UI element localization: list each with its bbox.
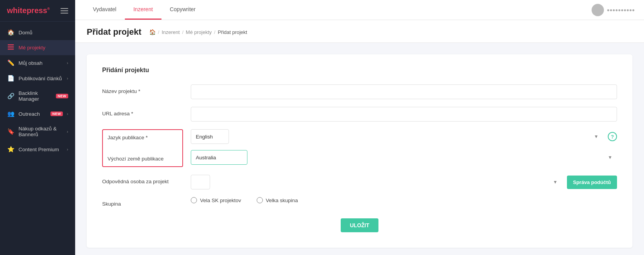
radio-group-skupina: Vela SK projektov Velka skupina (191, 197, 298, 203)
sidebar-item-content[interactable]: ⭐ Content Premium › (0, 142, 75, 157)
sidebar-label-muj-obsah: Můj obsah (18, 60, 63, 66)
logo-reg: ® (47, 7, 50, 11)
content-icon: ✏️ (7, 59, 15, 66)
chevron-right-icon: › (67, 61, 68, 65)
breadcrumb-me-projekty[interactable]: Mé projekty (186, 29, 212, 35)
select-wrap-odpovedna: ▼ (191, 175, 562, 189)
radio-vela[interactable] (191, 197, 197, 203)
sidebar: whitepress® 🏠 Domů Mé projekty ✏️ Můj ob… (0, 0, 75, 255)
sidebar-label-me-projekty: Mé projekty (18, 45, 68, 51)
sidebar-item-publikovani[interactable]: 📄 Publikování článků › (0, 71, 75, 86)
control-url (191, 107, 617, 122)
radio-label-velka: Velka skupina (266, 198, 298, 203)
select-wrap-jazyk: English Czech Slovak German ▼ (191, 129, 603, 144)
row-jazyk-zeme: Jazyk publikace * Výchozí země publikace… (102, 129, 617, 167)
breadcrumb-sep2: / (182, 29, 183, 35)
label-url: URL adresa * (102, 107, 183, 117)
chevron-down-jazyk: ▼ (594, 134, 599, 139)
control-nazev (191, 84, 617, 99)
breadcrumb-inzerent[interactable]: Inzerent (161, 29, 180, 35)
sidebar-item-muj-obsah[interactable]: ✏️ Můj obsah › (0, 55, 75, 71)
page-header: Přidat projekt 🏠 / Inzerent / Mé projekt… (75, 20, 644, 43)
user-email: ●●●●●●●●●● (607, 7, 635, 13)
backlink-icon: 🔗 (7, 93, 15, 100)
sidebar-label-nakup: Nákup odkazů & Bannerů (18, 126, 63, 137)
radio-velka[interactable] (257, 197, 263, 203)
chevron-right-icon2: › (67, 76, 68, 81)
tabs-container: Vydavatel Inzerent Copywriter (84, 0, 204, 20)
help-icon[interactable]: ? (608, 132, 617, 141)
main-area: Vydavatel Inzerent Copywriter ●●●●●●●●●●… (75, 0, 644, 255)
radio-item-vela[interactable]: Vela SK projektov (191, 197, 241, 203)
control-odpovedna: ▼ Správa podúčtů (191, 175, 617, 189)
label-vychozi: Výchozí země publikace (108, 154, 178, 163)
sidebar-nav: 🏠 Domů Mé projekty ✏️ Můj obsah › 📄 Publ… (0, 22, 75, 255)
home-icon: 🏠 (7, 29, 15, 36)
control-skupina: Vela SK projektov Velka skupina (191, 197, 617, 203)
sidebar-label-backlink: Backlink Manager (18, 90, 52, 102)
label-nazev: Název projektu * (102, 84, 183, 94)
label-jazyk: Jazyk publikace * (108, 133, 178, 142)
form-card: Přidání projektu Název projektu * URL ad… (87, 54, 632, 248)
tab-copywriter[interactable]: Copywriter (161, 0, 204, 20)
row-odpovedna: Odpovědná osoba za projekt ▼ Správa podú… (102, 175, 617, 189)
radio-label-vela: Vela SK projektov (200, 198, 241, 203)
breadcrumb: 🏠 / Inzerent / Mé projekty / Přidat proj… (149, 29, 247, 35)
projects-icon (7, 44, 15, 51)
save-button[interactable]: ULOŽIT (341, 218, 379, 232)
sidebar-item-outreach[interactable]: 👥 Outreach NEW › (0, 106, 75, 122)
breadcrumb-sep1: / (158, 29, 160, 35)
save-row: ULOŽIT (102, 218, 617, 232)
select-zeme[interactable]: Australia Czech Republic Slovakia German… (191, 150, 247, 165)
svg-rect-1 (8, 47, 14, 48)
input-nazev[interactable] (191, 84, 617, 99)
sidebar-label-outreach: Outreach (18, 111, 47, 117)
chevron-right-icon4: › (67, 129, 68, 134)
breadcrumb-sep3: / (214, 29, 215, 35)
sidebar-logo: whitepress® (0, 0, 75, 22)
links-icon: 🔖 (7, 128, 15, 135)
chevron-down-zeme: ▼ (608, 155, 612, 160)
chevron-right-icon3: › (67, 111, 68, 116)
card-title: Přidání projektu (102, 67, 617, 74)
tab-inzerent[interactable]: Inzerent (125, 0, 161, 20)
tab-vydavatel[interactable]: Vydavatel (84, 0, 125, 20)
chevron-down-odpovedna: ▼ (553, 179, 558, 185)
backlink-badge: NEW (56, 94, 69, 98)
manage-accounts-button[interactable]: Správa podúčtů (567, 176, 617, 189)
sidebar-item-me-projekty[interactable]: Mé projekty (0, 40, 75, 55)
premium-icon: ⭐ (7, 146, 15, 153)
sidebar-label-content: Content Premium (18, 147, 63, 152)
hamburger-icon[interactable] (61, 8, 68, 14)
row-skupina: Skupina Vela SK projektov Velka skupina (102, 197, 617, 207)
breadcrumb-home-icon[interactable]: 🏠 (149, 29, 156, 35)
outreach-icon: 👥 (7, 110, 15, 117)
logo-press: press (27, 6, 47, 15)
publish-icon: 📄 (7, 75, 15, 82)
avatar (592, 4, 604, 16)
user-info: ●●●●●●●●●● (592, 4, 635, 16)
logo: whitepress® (7, 6, 50, 15)
sidebar-item-backlink[interactable]: 🔗 Backlink Manager NEW (0, 86, 75, 106)
svg-rect-2 (8, 49, 14, 50)
highlight-box: Jazyk publikace * Výchozí země publikace (102, 129, 183, 167)
outreach-badge: NEW (50, 111, 63, 116)
input-url[interactable] (191, 107, 617, 122)
content-area: Přidání projektu Název projektu * URL ad… (75, 43, 644, 255)
select-odpovedna[interactable] (191, 175, 210, 189)
logo-white: white (7, 6, 27, 15)
row-url: URL adresa * (102, 107, 617, 122)
select-wrap-zeme: Australia Czech Republic Slovakia German… (191, 150, 617, 165)
label-odpovedna: Odpovědná osoba za projekt (102, 175, 183, 184)
label-skupina: Skupina (102, 197, 183, 207)
sidebar-label-domu: Domů (18, 30, 68, 35)
breadcrumb-current: Přidat projekt (218, 29, 247, 35)
chevron-right-icon5: › (67, 147, 68, 152)
page-title: Přidat projekt (87, 27, 141, 37)
svg-rect-0 (8, 44, 14, 46)
sidebar-item-nakup[interactable]: 🔖 Nákup odkazů & Bannerů › (0, 122, 75, 142)
radio-item-velka[interactable]: Velka skupina (257, 197, 298, 203)
sidebar-item-domu[interactable]: 🏠 Domů (0, 25, 75, 40)
sidebar-label-publikovani: Publikování článků (18, 76, 63, 81)
select-jazyk[interactable]: English Czech Slovak German (191, 129, 229, 144)
